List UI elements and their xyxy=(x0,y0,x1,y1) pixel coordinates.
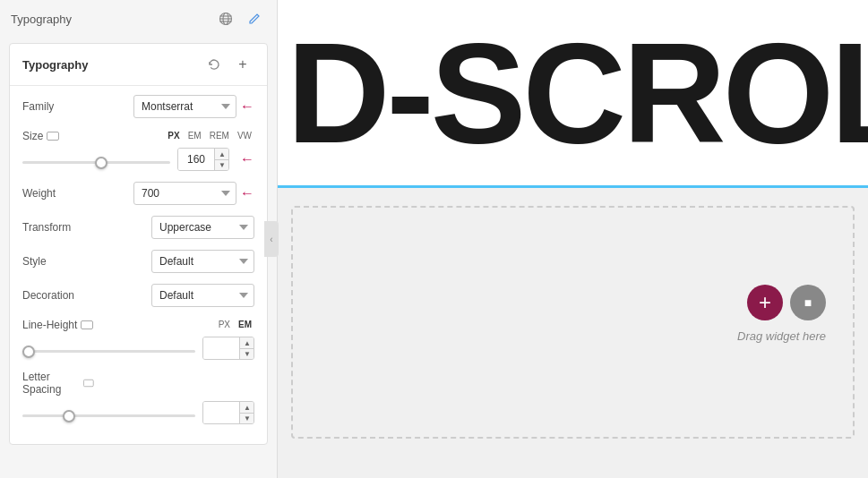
ls-input-wrapper: ▲ ▼ xyxy=(202,401,254,424)
letter-spacing-row-top: Letter Spacing xyxy=(22,371,254,396)
transform-label: Transform xyxy=(22,221,94,234)
svg-rect-5 xyxy=(47,132,59,140)
typography-card-title: Typography xyxy=(22,58,88,72)
weight-arrow: ← xyxy=(240,185,254,201)
typography-card: Typography + Family xyxy=(9,43,268,445)
line-height-label: Line-Height xyxy=(22,319,94,331)
unit-rem[interactable]: REM xyxy=(207,129,232,142)
ls-spinners: ▲ ▼ xyxy=(239,402,254,423)
size-spinners: ▲ ▼ xyxy=(214,149,229,170)
lh-unit-px[interactable]: PX xyxy=(216,318,233,331)
ls-input[interactable] xyxy=(203,402,239,423)
reset-icon xyxy=(208,58,220,71)
ls-down[interactable]: ▼ xyxy=(240,413,254,423)
typography-card-header: Typography + xyxy=(10,44,267,86)
left-panel: Typography Typography xyxy=(0,0,278,478)
size-up[interactable]: ▲ xyxy=(215,149,229,159)
lh-device-icon xyxy=(81,320,93,329)
transform-control: Uppercase Default Lowercase Capitalize xyxy=(94,216,254,239)
ls-device-icon xyxy=(83,379,94,388)
unit-vw[interactable]: VW xyxy=(235,129,254,142)
decoration-select[interactable]: Default Underline Overline Line-through … xyxy=(151,284,254,307)
weight-control: 700 100200300 400500600 800900 xyxy=(94,182,236,205)
transform-row: Transform Uppercase Default Lowercase Ca… xyxy=(22,216,254,239)
decoration-label: Decoration xyxy=(22,289,94,302)
size-down[interactable]: ▼ xyxy=(215,159,229,170)
size-row-top: Size PX EM REM VW xyxy=(22,129,254,142)
lh-spinners: ▲ ▼ xyxy=(239,337,254,359)
drop-zone[interactable]: + ■ Drag widget here xyxy=(291,206,855,439)
typography-card-actions: + xyxy=(202,53,254,76)
line-height-row: Line-Height PX EM xyxy=(22,318,254,360)
decoration-control: Default Underline Overline Line-through … xyxy=(94,284,254,307)
lh-slider-container xyxy=(22,340,195,356)
letter-spacing-row: Letter Spacing ▲ ▼ xyxy=(22,371,254,424)
size-slider[interactable] xyxy=(22,161,170,164)
right-area: D-SCROL + ■ Drag widget here xyxy=(278,0,868,478)
collapse-icon: ‹ xyxy=(270,235,272,244)
family-arrow: ← xyxy=(240,98,254,115)
size-label: Size xyxy=(22,130,94,142)
family-select[interactable]: Montserrat Arial Roboto Open Sans Lato xyxy=(133,95,236,118)
edit-button[interactable] xyxy=(243,7,266,30)
style-control: Default Italic Oblique xyxy=(94,250,254,273)
family-control: Montserrat Arial Roboto Open Sans Lato xyxy=(94,95,236,118)
size-unit-buttons: PX EM REM VW xyxy=(165,129,254,142)
line-height-row-top: Line-Height PX EM xyxy=(22,318,254,331)
family-label: Family xyxy=(22,100,94,113)
lh-down[interactable]: ▼ xyxy=(240,348,254,359)
weight-label: Weight xyxy=(22,187,94,200)
letter-spacing-label: Letter Spacing xyxy=(22,371,94,396)
widget-buttons: + ■ xyxy=(747,285,826,320)
decoration-row: Decoration Default Underline Overline Li… xyxy=(22,284,254,307)
typography-form: Family Montserrat Arial Roboto Open Sans… xyxy=(10,86,267,444)
line-height-control: ▲ ▼ xyxy=(22,337,254,360)
size-arrow: ← xyxy=(240,151,254,167)
style-label: Style xyxy=(22,255,94,268)
ls-slider-container xyxy=(22,405,195,421)
size-device-icon xyxy=(47,132,59,141)
globe-button[interactable] xyxy=(214,7,237,30)
style-row: Style Default Italic Oblique xyxy=(22,250,254,273)
panel-top-title: Typography xyxy=(11,13,72,26)
content-top: D-SCROL xyxy=(278,0,868,188)
collapse-handle[interactable]: ‹ xyxy=(264,221,279,257)
svg-rect-8 xyxy=(84,380,94,386)
lh-input[interactable] xyxy=(203,337,239,359)
lh-up[interactable]: ▲ xyxy=(240,337,254,348)
lh-input-wrapper: ▲ ▼ xyxy=(202,337,254,360)
transform-select[interactable]: Uppercase Default Lowercase Capitalize xyxy=(151,216,254,239)
weight-select[interactable]: 700 100200300 400500600 800900 xyxy=(133,182,236,205)
size-input-wrapper: ▲ ▼ xyxy=(177,148,229,171)
unit-px[interactable]: PX xyxy=(165,129,182,142)
panel-top-icons xyxy=(214,7,266,30)
reset-button[interactable] xyxy=(202,53,226,76)
ls-slider[interactable] xyxy=(22,414,195,417)
add-icon: + xyxy=(238,57,246,72)
size-slider-container xyxy=(22,151,170,167)
ls-up[interactable]: ▲ xyxy=(240,402,254,413)
panel-header-top: Typography xyxy=(0,0,277,38)
lh-slider[interactable] xyxy=(22,350,195,353)
family-row: Family Montserrat Arial Roboto Open Sans… xyxy=(22,95,254,118)
lh-unit-buttons: PX EM xyxy=(216,318,254,331)
size-row-control: ▲ ▼ ← xyxy=(22,148,254,171)
globe-icon xyxy=(219,12,233,26)
add-widget-button[interactable]: + xyxy=(747,285,783,320)
add-property-button[interactable]: + xyxy=(231,53,254,76)
pencil-icon xyxy=(248,13,261,25)
edit-widget-button[interactable]: ■ xyxy=(790,285,826,320)
size-input[interactable] xyxy=(178,149,214,170)
svg-rect-7 xyxy=(82,320,93,329)
unit-em[interactable]: EM xyxy=(185,129,204,142)
style-select[interactable]: Default Italic Oblique xyxy=(151,250,254,273)
weight-row: Weight 700 100200300 400500600 800900 ← xyxy=(22,182,254,205)
add-widget-icon: + xyxy=(759,292,771,313)
edit-widget-icon: ■ xyxy=(804,295,812,310)
drag-text: Drag widget here xyxy=(737,329,826,343)
lh-unit-em[interactable]: EM xyxy=(236,318,254,331)
size-row: Size PX EM REM VW xyxy=(22,129,254,171)
hero-text: D-SCROL xyxy=(278,21,868,165)
letter-spacing-control: ▲ ▼ xyxy=(22,401,254,424)
